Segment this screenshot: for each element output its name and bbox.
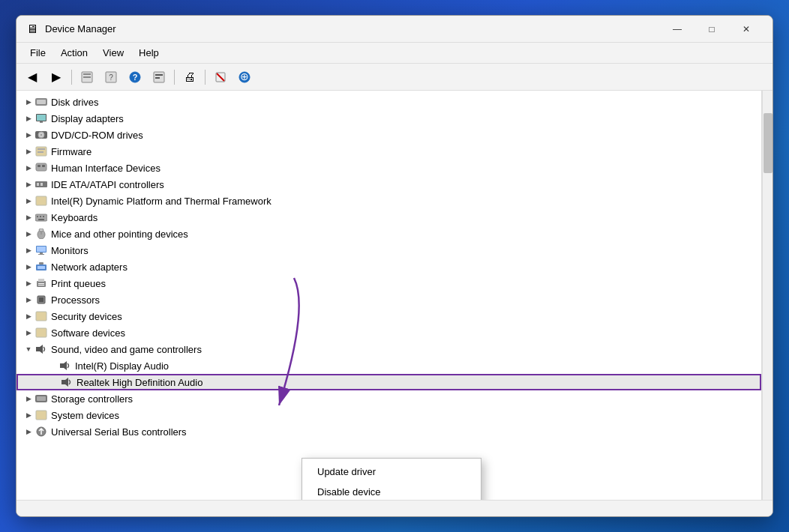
menu-help[interactable]: Help bbox=[131, 46, 166, 60]
list-item[interactable]: ▶ Disk drives bbox=[16, 94, 761, 110]
menu-view[interactable]: View bbox=[95, 46, 131, 60]
expand-toggle[interactable]: ▶ bbox=[22, 131, 34, 139]
expand-toggle[interactable]: ▶ bbox=[22, 197, 34, 205]
close-button[interactable]: ✕ bbox=[729, 18, 764, 40]
expand-toggle[interactable]: ▶ bbox=[22, 329, 34, 336]
list-item[interactable]: ▶ Universal Serial Bus controllers bbox=[16, 423, 761, 440]
expand-toggle[interactable]: ▶ bbox=[22, 214, 34, 221]
processors-label: Processors bbox=[51, 294, 100, 306]
svg-rect-31 bbox=[36, 196, 46, 205]
back-button[interactable]: ◀ bbox=[21, 67, 44, 88]
scrollbar[interactable] bbox=[762, 91, 772, 500]
update-driver-item[interactable]: Update driver bbox=[302, 462, 481, 482]
list-item[interactable]: ▶ Keyboards bbox=[16, 209, 761, 226]
list-item[interactable]: ▶ Intel(R) Dynamic Platform and Thermal … bbox=[16, 193, 761, 209]
help-button[interactable]: ? bbox=[124, 67, 146, 88]
properties-button[interactable] bbox=[76, 67, 98, 88]
list-item[interactable]: ▶ Firmware bbox=[16, 143, 761, 160]
network-icon bbox=[34, 261, 48, 273]
device-tree[interactable]: ▶ Disk drives ▶ Display adapters ▶ bbox=[16, 91, 762, 500]
intel-label: Intel(R) Dynamic Platform and Thermal Fr… bbox=[51, 196, 272, 207]
display-adapters-icon bbox=[34, 112, 48, 124]
list-item[interactable]: ▶ IDE ATA/ATAPI controllers bbox=[16, 176, 761, 193]
disk-drives-label: Disk drives bbox=[51, 97, 99, 108]
firmware-icon bbox=[34, 145, 48, 157]
expand-toggle[interactable]: ▶ bbox=[22, 395, 34, 402]
forward-button[interactable]: ▶ bbox=[45, 67, 68, 88]
usb-icon bbox=[34, 426, 48, 438]
expand-toggle[interactable]: ▶ bbox=[22, 312, 34, 320]
expand-toggle[interactable]: ▶ bbox=[22, 247, 34, 254]
expand-toggle[interactable]: ▶ bbox=[22, 263, 34, 270]
realtek-label: Realtek High Definition Audio bbox=[76, 377, 202, 388]
svg-rect-34 bbox=[40, 216, 41, 217]
list-item[interactable]: ▶ Network adapters bbox=[16, 259, 761, 275]
menu-action[interactable]: Action bbox=[53, 46, 95, 60]
expand-toggle[interactable]: ▶ bbox=[22, 181, 34, 188]
list-item[interactable]: ▶ Security devices bbox=[16, 308, 761, 324]
storage-icon bbox=[34, 393, 48, 405]
svg-rect-45 bbox=[38, 266, 45, 269]
expand-toggle[interactable]: ▶ bbox=[22, 411, 34, 419]
svg-rect-33 bbox=[37, 216, 38, 217]
expand-toggle[interactable]: ▼ bbox=[22, 345, 34, 353]
svg-rect-2 bbox=[83, 76, 91, 78]
list-item[interactable]: ▼ Sound, video and game controllers bbox=[16, 341, 761, 357]
sound-label: Sound, video and game controllers bbox=[51, 344, 202, 355]
context-menu: Update driver Disable device Uninstall d… bbox=[302, 458, 482, 500]
expand-toggle[interactable]: ▶ bbox=[22, 164, 34, 172]
print-icon bbox=[34, 277, 48, 289]
svg-rect-1 bbox=[83, 73, 91, 75]
list-item[interactable]: ▶ Print queues bbox=[16, 275, 761, 291]
minimize-button[interactable]: — bbox=[660, 18, 694, 40]
realtek-audio-item[interactable]: ▶ Realtek High Definition Audio bbox=[16, 374, 761, 390]
update-driver-toolbar-button[interactable]: ? bbox=[100, 67, 122, 88]
status-bar bbox=[16, 500, 772, 516]
list-item[interactable]: ▶ Human Interface Devices bbox=[16, 160, 761, 176]
svg-rect-29 bbox=[37, 183, 39, 186]
keyboards-label: Keyboards bbox=[51, 212, 98, 223]
svg-rect-46 bbox=[39, 262, 44, 265]
expand-toggle[interactable]: ▶ bbox=[22, 115, 34, 122]
svg-rect-48 bbox=[38, 279, 44, 282]
menu-file[interactable]: File bbox=[22, 46, 53, 60]
hid-icon bbox=[34, 162, 48, 174]
list-item[interactable]: ▶ Mice and other pointing devices bbox=[16, 226, 761, 242]
scroll-thumb[interactable] bbox=[764, 113, 772, 173]
svg-rect-42 bbox=[40, 253, 43, 254]
expand-toggle[interactable]: ▶ bbox=[22, 279, 34, 287]
list-item[interactable]: ▶ Display adapters bbox=[16, 110, 761, 127]
expand-toggle[interactable]: ▶ bbox=[22, 98, 34, 106]
list-item[interactable]: ▶ System devices bbox=[16, 407, 761, 423]
disable-device-item[interactable]: Disable device bbox=[302, 482, 481, 500]
maximize-button[interactable]: □ bbox=[694, 18, 729, 40]
svg-rect-9 bbox=[155, 77, 160, 79]
list-item[interactable]: ▶ Software devices bbox=[16, 324, 761, 341]
usb-label: Universal Serial Bus controllers bbox=[51, 426, 187, 438]
svg-rect-36 bbox=[38, 219, 44, 220]
svg-rect-50 bbox=[38, 285, 44, 285]
expand-toggle[interactable]: ▶ bbox=[22, 296, 34, 303]
svg-rect-27 bbox=[42, 165, 45, 167]
svg-marker-57 bbox=[62, 378, 68, 387]
security-icon bbox=[34, 310, 48, 322]
print-queues-label: Print queues bbox=[51, 278, 106, 289]
print-button[interactable]: 🖨 bbox=[178, 67, 201, 88]
driver-details-button[interactable] bbox=[148, 67, 170, 88]
list-item[interactable]: ▶ DVD/CD-ROM drives bbox=[16, 127, 761, 143]
window-controls: — □ ✕ bbox=[660, 18, 764, 40]
list-item[interactable]: ▶ Monitors bbox=[16, 242, 761, 259]
expand-toggle[interactable]: ▶ bbox=[22, 428, 34, 435]
list-item[interactable]: ▶ Intel(R) Display Audio bbox=[16, 357, 761, 374]
list-item[interactable]: ▶ Processors bbox=[16, 291, 761, 308]
intel-icon bbox=[34, 195, 48, 207]
toolbar-separator-2 bbox=[174, 70, 175, 85]
network-label: Network adapters bbox=[51, 262, 128, 273]
disable-button[interactable] bbox=[209, 67, 232, 88]
list-item[interactable]: ▶ Storage controllers bbox=[16, 390, 761, 407]
svg-rect-8 bbox=[155, 74, 163, 76]
scan-button[interactable]: ⊕ bbox=[233, 67, 256, 88]
expand-toggle[interactable]: ▶ bbox=[22, 230, 34, 238]
expand-toggle[interactable]: ▶ bbox=[22, 148, 34, 155]
system-icon bbox=[34, 409, 48, 421]
